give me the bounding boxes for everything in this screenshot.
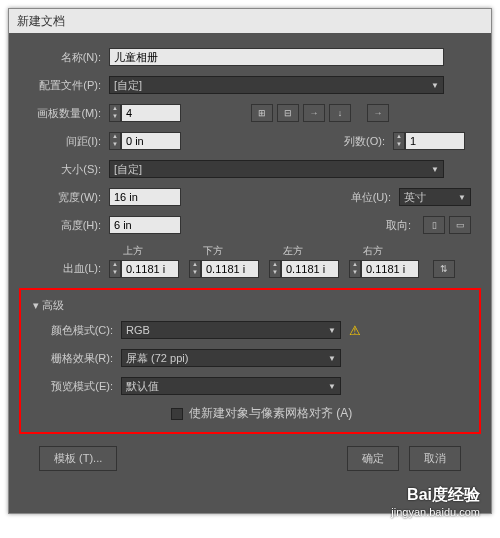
bleed-right-label: 右方 [363, 244, 383, 258]
bleed-bottom-spinner[interactable]: ▲▼ [189, 260, 201, 278]
spacing-spinner[interactable]: ▲▼ [109, 132, 121, 150]
landscape-icon[interactable]: ▭ [449, 216, 471, 234]
colormode-label: 颜色模式(C): [41, 323, 121, 338]
size-value: [自定] [114, 162, 142, 177]
cancel-button[interactable]: 取消 [409, 446, 461, 471]
bleed-label: 出血(L): [29, 261, 109, 276]
name-input[interactable] [109, 48, 444, 66]
size-label: 大小(S): [29, 162, 109, 177]
bleed-left-label: 左方 [283, 244, 303, 258]
new-document-dialog: 新建文档 名称(N): 配置文件(P): [自定]▼ 画板数量(M): ▲▼ ⊞… [8, 8, 492, 514]
bleed-top-spinner[interactable]: ▲▼ [109, 260, 121, 278]
advanced-section: ▾ 高级 颜色模式(C): RGB▼ ⚠ 栅格效果(R): 屏幕 (72 ppi… [19, 288, 481, 434]
chevron-down-icon: ▼ [328, 354, 336, 363]
colormode-select[interactable]: RGB▼ [121, 321, 341, 339]
units-label: 单位(U): [334, 190, 399, 205]
columns-label: 列数(O): [328, 134, 393, 149]
dialog-title: 新建文档 [9, 9, 491, 33]
chevron-down-icon: ▼ [431, 165, 439, 174]
colormode-value: RGB [126, 324, 150, 336]
chevron-down-icon: ▼ [328, 382, 336, 391]
width-input[interactable] [109, 188, 181, 206]
watermark-logo: Bai度经验 [391, 485, 480, 506]
arrow-down-icon[interactable]: ↓ [329, 104, 351, 122]
artboards-input[interactable] [121, 104, 181, 122]
bleed-left-spinner[interactable]: ▲▼ [269, 260, 281, 278]
row-arrange-icon[interactable]: ⊟ [277, 104, 299, 122]
preview-label: 预览模式(E): [41, 379, 121, 394]
advanced-title[interactable]: ▾ 高级 [33, 298, 479, 313]
portrait-icon[interactable]: ▯ [423, 216, 445, 234]
template-button[interactable]: 模板 (T)... [39, 446, 117, 471]
watermark: Bai度经验 jingyan.baidu.com [391, 485, 480, 518]
warning-icon: ⚠ [349, 323, 361, 338]
columns-spinner[interactable]: ▲▼ [393, 132, 405, 150]
bleed-right-input[interactable] [361, 260, 419, 278]
artboards-label: 画板数量(M): [29, 106, 109, 121]
bleed-left-input[interactable] [281, 260, 339, 278]
chevron-down-icon: ▼ [431, 81, 439, 90]
orientation-label: 取向: [354, 218, 419, 233]
artboards-spinner[interactable]: ▲▼ [109, 104, 121, 122]
link-bleed-icon[interactable]: ⇅ [433, 260, 455, 278]
profile-value: [自定] [114, 78, 142, 93]
bleed-top-input[interactable] [121, 260, 179, 278]
raster-label: 栅格效果(R): [41, 351, 121, 366]
raster-value: 屏幕 (72 ppi) [126, 351, 188, 366]
width-label: 宽度(W): [29, 190, 109, 205]
bleed-right-spinner[interactable]: ▲▼ [349, 260, 361, 278]
spacing-input[interactable] [121, 132, 181, 150]
chevron-down-icon: ▼ [458, 193, 466, 202]
bleed-bottom-input[interactable] [201, 260, 259, 278]
chevron-down-icon: ▼ [328, 326, 336, 335]
profile-label: 配置文件(P): [29, 78, 109, 93]
bleed-top-label: 上方 [123, 244, 143, 258]
spacing-label: 间距(I): [29, 134, 109, 149]
height-label: 高度(H): [29, 218, 109, 233]
ok-button[interactable]: 确定 [347, 446, 399, 471]
name-label: 名称(N): [29, 50, 109, 65]
arrow-right-icon[interactable]: → [303, 104, 325, 122]
profile-select[interactable]: [自定]▼ [109, 76, 444, 94]
columns-input[interactable] [405, 132, 465, 150]
watermark-url: jingyan.baidu.com [391, 506, 480, 518]
direction-icon[interactable]: → [367, 104, 389, 122]
grid-arrange-icon[interactable]: ⊞ [251, 104, 273, 122]
size-select[interactable]: [自定]▼ [109, 160, 444, 178]
preview-select[interactable]: 默认值▼ [121, 377, 341, 395]
raster-select[interactable]: 屏幕 (72 ppi)▼ [121, 349, 341, 367]
align-pixel-checkbox[interactable] [171, 408, 183, 420]
height-input[interactable] [109, 216, 181, 234]
bleed-bottom-label: 下方 [203, 244, 223, 258]
align-pixel-label: 使新建对象与像素网格对齐 (A) [189, 405, 352, 422]
units-select[interactable]: 英寸▼ [399, 188, 471, 206]
units-value: 英寸 [404, 190, 426, 205]
preview-value: 默认值 [126, 379, 159, 394]
